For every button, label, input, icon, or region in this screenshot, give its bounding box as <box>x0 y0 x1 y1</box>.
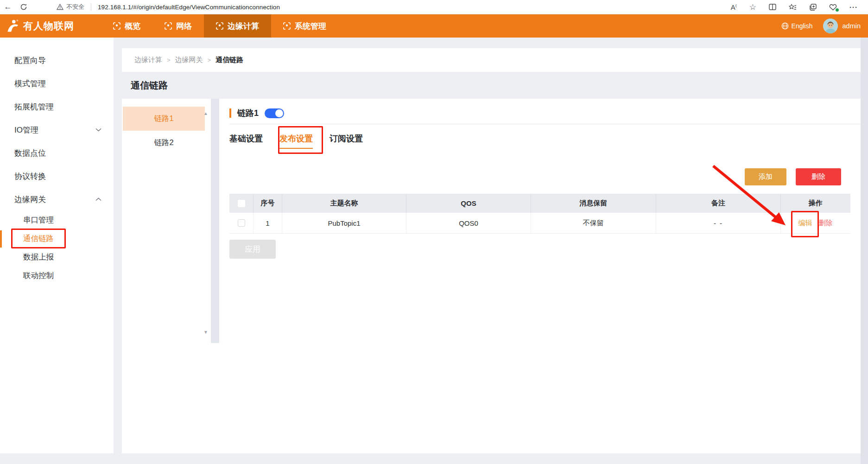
table-header-row: 序号 主题名称 QOS 消息保留 备注 操作 <box>229 194 850 213</box>
avatar[interactable] <box>823 19 838 33</box>
sidebar-item-data-points[interactable]: 数据点位 <box>0 141 114 165</box>
brand-logo-icon <box>6 19 19 33</box>
delete-button[interactable]: 删除 <box>796 168 841 185</box>
nav-tab-label: 边缘计算 <box>228 21 259 32</box>
add-tab-pages-icon[interactable] <box>809 4 817 11</box>
sidebar-active-indicator <box>0 230 2 248</box>
sidebar-item-data-report[interactable]: 数据上报 <box>0 248 114 267</box>
browser-essentials-icon[interactable] <box>829 4 837 11</box>
address-url[interactable]: 192.168.1.1/#/origin/defaultEdge/ViewCom… <box>98 4 280 11</box>
security-label: 不安全 <box>66 3 84 11</box>
sidebar-item-config-wizard[interactable]: 配置向导 <box>0 49 114 72</box>
select-all-checkbox[interactable] <box>238 200 245 207</box>
table-row: 1 PubTopic1 QOS0 不保留 - - 编辑 删除 <box>229 213 850 234</box>
site-security[interactable]: 不安全 <box>57 3 84 11</box>
link-list-item-1[interactable]: 链路1 <box>123 107 205 131</box>
username[interactable]: admin <box>843 22 861 30</box>
page-title: 通信链路 <box>131 79 168 92</box>
breadcrumb-item[interactable]: 边缘网关 <box>175 56 203 64</box>
link-list-item-2[interactable]: 链路2 <box>123 131 205 155</box>
scan-dot-icon <box>165 22 172 30</box>
breadcrumb-separator: > <box>208 57 211 64</box>
collections-icon[interactable] <box>789 4 797 11</box>
breadcrumb: 边缘计算 > 边缘网关 > 通信链路 <box>122 48 861 72</box>
brand[interactable]: 有人物联网 <box>0 19 101 33</box>
col-header-actions: 操作 <box>781 194 850 213</box>
apply-button[interactable]: 应用 <box>229 240 276 259</box>
nav-tab-label: 网络 <box>176 21 192 32</box>
browser-menu-icon[interactable]: ··· <box>849 4 858 11</box>
add-button[interactable]: 添加 <box>745 168 786 185</box>
main-card: 链路1 链路2 ▲ ▼ 链路1 基础设置 发布设置 订阅设置 添加 删除 序号 … <box>122 99 861 453</box>
cell-qos: QOS0 <box>406 213 531 233</box>
row-checkbox[interactable] <box>238 219 245 227</box>
nav-tab-overview[interactable]: 概览 <box>101 14 152 38</box>
essentials-badge <box>835 8 839 12</box>
sidebar-item-extension-management[interactable]: 拓展机管理 <box>0 95 114 118</box>
language-switcher[interactable]: English <box>781 22 813 30</box>
nav-tab-label: 概览 <box>125 21 140 32</box>
link-title: 链路1 <box>237 108 259 119</box>
nav-tab-system[interactable]: 系统管理 <box>271 14 338 38</box>
col-header-retain: 消息保留 <box>531 194 656 213</box>
col-header-qos: QOS <box>406 194 531 213</box>
sidebar-item-io-management[interactable]: IO管理 <box>0 118 114 141</box>
sidebar-item-serial-management[interactable]: 串口管理 <box>0 211 114 229</box>
section-accent-bar <box>229 108 231 118</box>
chevron-down-icon <box>95 128 101 132</box>
read-aloud-icon[interactable]: A⦅ <box>731 4 737 11</box>
brand-name: 有人物联网 <box>23 19 74 32</box>
col-header-remark: 备注 <box>656 194 781 213</box>
page-scrollbar[interactable] <box>861 38 868 464</box>
nav-tab-network[interactable]: 网络 <box>152 14 204 38</box>
sidebar-item-protocol-conversion[interactable]: 协议转换 <box>0 165 114 188</box>
breadcrumb-item[interactable]: 边缘计算 <box>134 56 162 64</box>
edit-link[interactable]: 编辑 <box>798 219 812 228</box>
nav-tabs: 概览 网络 边缘计算 系统管理 <box>101 14 338 38</box>
sidebar-item-edge-gateway[interactable]: 边缘网关 <box>0 188 114 211</box>
tab-publish-settings[interactable]: 发布设置 <box>279 133 313 149</box>
nav-tab-edge-computing[interactable]: 边缘计算 <box>204 14 271 38</box>
divider <box>229 124 868 124</box>
language-label: English <box>792 22 813 30</box>
scroll-up-icon[interactable]: ▲ <box>203 111 208 116</box>
settings-tabs: 基础设置 发布设置 订阅设置 <box>229 133 363 149</box>
sidebar-item-communication-link[interactable]: 通信链路 <box>0 229 114 248</box>
app-root: ← 不安全 192.168.1.1/#/origin/defaultEdge/V… <box>0 0 868 464</box>
favorite-star-icon[interactable]: ☆ <box>749 3 756 11</box>
browser-toolbar: ← 不安全 192.168.1.1/#/origin/defaultEdge/V… <box>0 0 868 14</box>
warning-icon <box>57 4 63 10</box>
top-navbar: 有人物联网 概览 网络 边缘计算 系统管理 English <box>0 14 868 38</box>
col-header-index: 序号 <box>253 194 282 213</box>
split-screen-icon[interactable] <box>769 4 776 10</box>
cell-index: 1 <box>253 213 282 233</box>
scan-dot-icon <box>283 22 291 30</box>
delete-link[interactable]: 删除 <box>819 219 833 228</box>
chevron-up-icon <box>95 197 101 201</box>
col-header-topic: 主题名称 <box>282 194 406 213</box>
nav-tab-label: 系统管理 <box>295 21 326 32</box>
link-enable-toggle[interactable] <box>265 108 284 118</box>
sidebar-item-linkage-control[interactable]: 联动控制 <box>0 267 114 285</box>
refresh-icon[interactable] <box>16 2 32 12</box>
divider <box>91 3 91 11</box>
back-icon[interactable]: ← <box>0 2 16 12</box>
cell-topic: PubTopic1 <box>282 213 406 233</box>
sidebar: 配置向导 模式管理 拓展机管理 IO管理 数据点位 协议转换 边缘网关 串口管理… <box>0 38 114 453</box>
tab-basic-settings[interactable]: 基础设置 <box>229 133 263 149</box>
list-panel-divider <box>211 99 219 343</box>
globe-icon <box>781 22 789 30</box>
breadcrumb-separator: > <box>167 57 171 64</box>
scan-dot-icon <box>216 22 223 30</box>
scan-dot-icon <box>113 22 120 30</box>
tab-subscribe-settings[interactable]: 订阅设置 <box>329 133 363 149</box>
breadcrumb-current: 通信链路 <box>215 56 243 64</box>
cell-retain: 不保留 <box>531 213 656 233</box>
scroll-down-icon[interactable]: ▼ <box>203 330 208 335</box>
sidebar-item-mode-management[interactable]: 模式管理 <box>0 72 114 95</box>
cell-remark: - - <box>656 213 781 233</box>
publish-topics-table: 序号 主题名称 QOS 消息保留 备注 操作 1 PubTopic1 QOS0 … <box>229 194 850 234</box>
